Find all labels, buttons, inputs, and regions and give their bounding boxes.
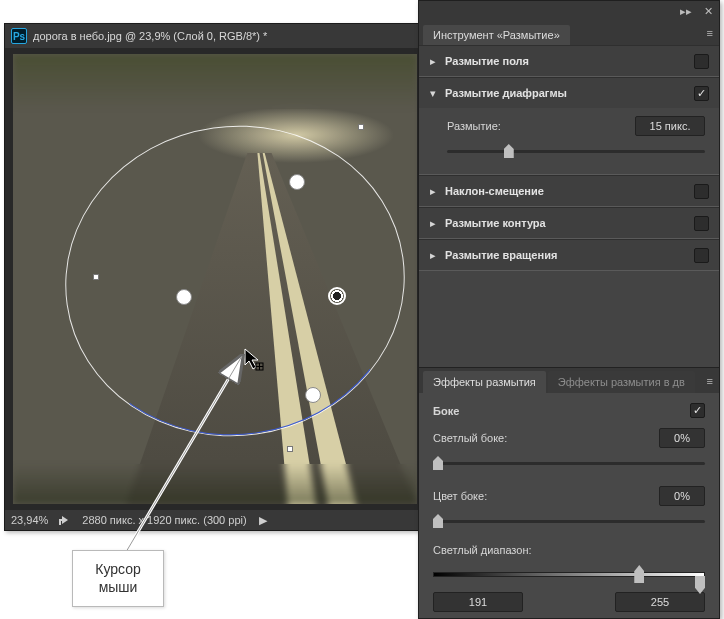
canvas[interactable] (13, 54, 417, 504)
callout-line1: Курсор (87, 561, 149, 579)
panel-menu-icon[interactable]: ≡ (707, 375, 713, 387)
section-field-blur: ▸ Размытие поля (419, 45, 719, 77)
document-dimensions: 2880 пикс. x 1920 пикс. (300 ppi) (82, 514, 246, 526)
light-bokeh-value[interactable]: 0% (659, 428, 705, 448)
section-title: Размытие диафрагмы (445, 87, 686, 99)
blur-tools-panel: ▸▸ ✕ Инструмент «Размытие» ≡ ▸ Размытие … (418, 0, 720, 619)
enable-checkbox[interactable] (694, 248, 709, 263)
section-title: Наклон-смещение (445, 185, 686, 197)
tab-motion-effects[interactable]: Эффекты размытия в дв (548, 371, 695, 393)
statusbar-flyout-icon[interactable]: ▶ (259, 514, 267, 527)
section-tilt-shift: ▸ Наклон-смещение (419, 175, 719, 207)
section-title: Размытие контура (445, 217, 686, 229)
disclosure-right-icon: ▸ (429, 217, 437, 230)
blur-amount-value[interactable]: 15 пикс. (635, 116, 705, 136)
document-title: дорога в небо.jpg @ 23,9% (Слой 0, RGB/8… (33, 30, 267, 42)
share-icon[interactable] (58, 514, 72, 526)
panel-tabbar: Инструмент «Размытие» ≡ (419, 21, 719, 45)
photoshop-icon: Ps (11, 28, 27, 44)
light-bokeh-slider[interactable] (433, 454, 705, 472)
tab-blur-tools[interactable]: Инструмент «Размытие» (423, 25, 570, 45)
section-header-field[interactable]: ▸ Размытие поля (419, 46, 719, 76)
collapse-icon[interactable]: ▸▸ (679, 5, 693, 18)
blur-amount-label: Размытие: (447, 120, 501, 132)
light-range-slider[interactable] (433, 562, 705, 586)
light-bokeh-label: Светлый боке: (433, 432, 507, 444)
disclosure-right-icon: ▸ (429, 55, 437, 68)
tab-blur-effects[interactable]: Эффекты размытия (423, 371, 546, 393)
section-iris-blur: ▾ Размытие диафрагмы Размытие: 15 пикс. (419, 77, 719, 175)
bokeh-label: Боке (433, 405, 459, 417)
section-path-blur: ▸ Размытие контура (419, 207, 719, 239)
blur-pin-center[interactable] (328, 287, 346, 305)
section-header-spin[interactable]: ▸ Размытие вращения (419, 240, 719, 270)
section-title: Размытие поля (445, 55, 686, 67)
feather-handle[interactable] (176, 289, 192, 305)
effects-tabbar: Эффекты размытия Эффекты размытия в дв ≡ (419, 367, 719, 393)
section-header-iris[interactable]: ▾ Размытие диафрагмы (419, 78, 719, 108)
blur-amount-slider[interactable] (447, 142, 705, 160)
disclosure-down-icon: ▾ (429, 87, 437, 100)
bokeh-enable-checkbox[interactable] (690, 403, 705, 418)
enable-checkbox[interactable] (694, 54, 709, 69)
enable-checkbox[interactable] (694, 216, 709, 231)
color-bokeh-value[interactable]: 0% (659, 486, 705, 506)
callout-line2: мыши (87, 579, 149, 597)
panel-window-controls: ▸▸ ✕ (419, 1, 719, 21)
color-bokeh-slider[interactable] (433, 512, 705, 530)
color-bokeh-label: Цвет боке: (433, 490, 487, 502)
section-spin-blur: ▸ Размытие вращения (419, 239, 719, 271)
light-range-min[interactable]: 191 (433, 592, 523, 612)
section-header-path[interactable]: ▸ Размытие контура (419, 208, 719, 238)
document-window: Ps дорога в небо.jpg @ 23,9% (Слой 0, RG… (4, 23, 425, 531)
blur-edge-bottom (13, 464, 417, 504)
ellipse-square-handle[interactable] (358, 124, 364, 130)
disclosure-right-icon: ▸ (429, 185, 437, 198)
blur-edge-top (13, 54, 417, 109)
document-statusbar: 23,94% 2880 пикс. x 1920 пикс. (300 ppi)… (5, 510, 424, 530)
section-title: Размытие вращения (445, 249, 686, 261)
enable-checkbox[interactable] (694, 86, 709, 101)
panel-menu-icon[interactable]: ≡ (707, 27, 713, 39)
enable-checkbox[interactable] (694, 184, 709, 199)
feather-handle[interactable] (305, 387, 321, 403)
callout-label: Курсор мыши (72, 550, 164, 607)
close-icon[interactable]: ✕ (701, 5, 715, 18)
effects-body: Боке Светлый боке: 0% Цвет боке: 0% Свет… (419, 393, 719, 618)
light-range-max[interactable]: 255 (615, 592, 705, 612)
feather-handle[interactable] (289, 174, 305, 190)
light-range-label: Светлый диапазон: (433, 544, 705, 556)
ellipse-square-handle[interactable] (93, 274, 99, 280)
document-titlebar: Ps дорога в небо.jpg @ 23,9% (Слой 0, RG… (5, 24, 424, 48)
disclosure-right-icon: ▸ (429, 249, 437, 262)
zoom-level[interactable]: 23,94% (11, 514, 48, 526)
ellipse-square-handle[interactable] (287, 446, 293, 452)
section-header-tilt[interactable]: ▸ Наклон-смещение (419, 176, 719, 206)
